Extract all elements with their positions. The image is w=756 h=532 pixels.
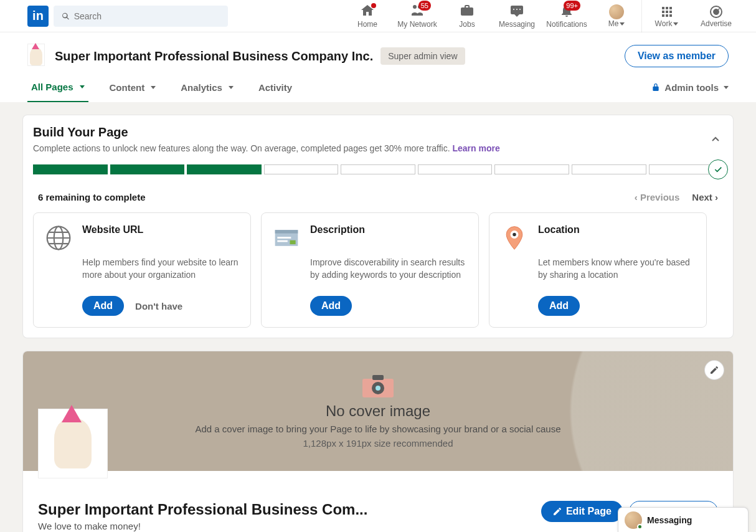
edit-cover-button[interactable] xyxy=(704,360,724,380)
nav-notifications[interactable]: 99+ Notifications xyxy=(542,0,592,32)
learn-more-link[interactable]: Learn more xyxy=(452,143,499,153)
company-logo-large[interactable] xyxy=(38,409,108,478)
nav-items: Home 55 My Network Jobs Messaging 99+ No… xyxy=(343,0,741,32)
nav-label: Me xyxy=(608,19,625,28)
progress-segment xyxy=(110,164,185,174)
build-cards: Website URL Help members find your websi… xyxy=(33,212,723,328)
badge: 55 xyxy=(418,1,431,11)
admin-tools-menu[interactable]: Admin tools xyxy=(651,82,729,93)
progress-segment xyxy=(264,164,339,174)
avatar xyxy=(625,511,642,529)
grid-icon xyxy=(659,4,674,19)
nav-network[interactable]: 55 My Network xyxy=(392,0,442,32)
progress-segment xyxy=(33,164,108,174)
svg-rect-7 xyxy=(277,237,291,239)
nav-label: My Network xyxy=(397,20,437,29)
tab-analytics[interactable]: Analytics xyxy=(177,72,237,102)
caret-down-icon xyxy=(673,22,678,26)
cover-sub: Add a cover image to bring your Page to … xyxy=(196,424,561,434)
cover-area: No cover image Add a cover image to brin… xyxy=(23,351,733,471)
add-button[interactable]: Add xyxy=(538,296,580,316)
page-header: Super Important Professional Business Co… xyxy=(0,32,756,102)
card-title: Location xyxy=(538,224,580,235)
progress-segment xyxy=(187,164,262,174)
pencil-icon xyxy=(552,506,562,516)
progress-segment xyxy=(418,164,493,174)
caret-down-icon xyxy=(620,22,625,26)
company-name: Super Important Professional Business Co… xyxy=(55,49,373,64)
cover-dimensions: 1,128px x 191px size recommended xyxy=(303,438,453,449)
pager: ‹ Previous Next › xyxy=(635,192,718,202)
tabs-row: All Pages Content Analytics Activity Adm… xyxy=(27,72,729,102)
profile-card: No cover image Add a cover image to brin… xyxy=(22,351,734,532)
company-logo-small[interactable] xyxy=(27,44,47,69)
build-subtitle: Complete actions to unlock new features … xyxy=(33,143,500,153)
camera-icon xyxy=(361,374,395,399)
no-cover-title: No cover image xyxy=(326,402,430,420)
linkedin-logo[interactable]: in xyxy=(27,6,49,27)
lock-icon xyxy=(651,82,661,92)
tab-content[interactable]: Content xyxy=(106,72,160,102)
nav-messaging[interactable]: Messaging xyxy=(492,0,542,32)
chevron-up-icon[interactable] xyxy=(708,132,723,147)
remaining-text: 6 remaining to complete xyxy=(38,192,146,202)
jobs-icon xyxy=(460,3,475,18)
avatar xyxy=(609,4,624,19)
tab-activity[interactable]: Activity xyxy=(255,72,296,102)
messaging-panel[interactable]: Messaging xyxy=(618,507,749,532)
badge-dot xyxy=(371,3,376,8)
search-wrap[interactable] xyxy=(54,6,228,27)
pencil-icon xyxy=(709,365,719,375)
messaging-icon xyxy=(509,3,524,18)
build-card-website: Website URL Help members find your websi… xyxy=(33,212,251,328)
description-icon xyxy=(273,224,300,252)
next-button[interactable]: Next › xyxy=(692,192,718,202)
top-nav: in Home 55 My Network Jobs Messaging 99+… xyxy=(0,0,756,32)
card-title: Website URL xyxy=(82,224,143,235)
svg-rect-9 xyxy=(290,240,296,244)
add-button[interactable]: Add xyxy=(310,296,352,316)
admin-view-badge: Super admin view xyxy=(380,47,465,65)
svg-point-15 xyxy=(376,386,380,391)
target-icon xyxy=(709,4,724,19)
build-card-location: Location Let members know where you're b… xyxy=(489,212,707,328)
profile-tagline: We love to make money! xyxy=(38,521,367,531)
edit-page-button[interactable]: Edit Page xyxy=(541,501,623,522)
nav-advertise[interactable]: Advertise xyxy=(691,0,741,32)
build-card-description: Description Improve discoverability in s… xyxy=(261,212,479,328)
map-pin-icon xyxy=(501,224,528,252)
profile-name: Super Important Professional Business Co… xyxy=(38,501,367,518)
dont-have-button[interactable]: Don't have xyxy=(135,301,182,311)
nav-jobs[interactable]: Jobs xyxy=(442,0,492,32)
messaging-label: Messaging xyxy=(647,515,692,525)
build-title: Build Your Page xyxy=(33,125,500,140)
nav-me[interactable]: Me xyxy=(592,0,641,32)
card-desc: Let members know where you're based by s… xyxy=(538,257,695,281)
globe-icon xyxy=(45,224,72,252)
nav-work[interactable]: Work xyxy=(641,0,691,32)
svg-rect-13 xyxy=(372,375,384,380)
main-content: Build Your Page Complete actions to unlo… xyxy=(0,102,756,532)
card-desc: Improve discoverability in search result… xyxy=(310,257,467,281)
nav-label: Jobs xyxy=(459,20,475,29)
nav-home[interactable]: Home xyxy=(343,0,392,32)
progress-segment xyxy=(572,164,646,174)
nav-label: Work xyxy=(655,19,679,28)
add-button[interactable]: Add xyxy=(82,296,124,316)
caret-down-icon xyxy=(724,86,729,89)
svg-point-11 xyxy=(513,233,516,237)
card-title: Description xyxy=(310,224,365,235)
svg-rect-8 xyxy=(277,240,288,242)
build-card-peek xyxy=(717,212,723,328)
card-desc: Help members find your website to learn … xyxy=(82,257,239,281)
check-icon xyxy=(708,159,728,179)
search-input[interactable] xyxy=(74,11,220,21)
badge: 99+ xyxy=(564,1,580,11)
progress-segment xyxy=(341,164,415,174)
progress-segment xyxy=(494,164,569,174)
nav-label: Notifications xyxy=(546,20,587,29)
progress-bar xyxy=(33,164,723,174)
tab-all-pages[interactable]: All Pages xyxy=(27,72,88,102)
view-as-member-button[interactable]: View as member xyxy=(625,45,729,67)
nav-label: Messaging xyxy=(499,20,535,29)
